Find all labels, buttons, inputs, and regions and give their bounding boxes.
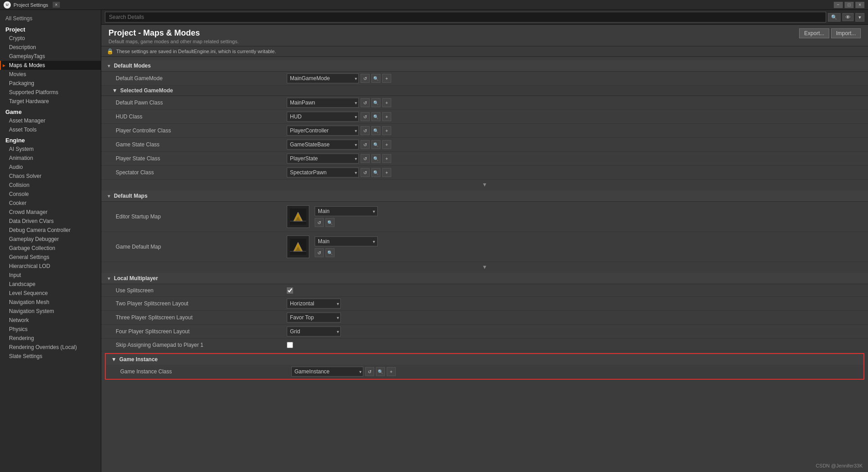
hud-class-search-btn[interactable]: 🔍 [371, 112, 380, 121]
game-state-add-btn[interactable]: + [382, 140, 391, 149]
sidebar-item-general-settings[interactable]: General Settings [0, 253, 101, 262]
sidebar-item-crypto[interactable]: Crypto [0, 34, 101, 43]
sidebar-item-data-driven-cvars[interactable]: Data Driven CVars [0, 217, 101, 226]
sidebar-item-maps-modes[interactable]: Maps & Modes [0, 61, 101, 70]
default-pawn-dropdown[interactable]: MainPawn [287, 98, 359, 108]
game-instance-class-add-btn[interactable]: + [387, 367, 396, 376]
minimize-button[interactable]: − [834, 2, 843, 8]
spectator-class-reset-btn[interactable]: ↺ [361, 168, 370, 177]
player-state-add-btn[interactable]: + [382, 154, 391, 163]
two-player-splitscreen-dropdown[interactable]: Horizontal Vertical [287, 299, 341, 309]
sidebar-item-rendering-overrides[interactable]: Rendering Overrides (Local) [0, 343, 101, 352]
header-buttons: Export... Import... [799, 28, 861, 38]
player-state-dropdown[interactable]: PlayerState [287, 154, 359, 163]
subsection-selected-gamemode[interactable]: ▼ Selected GameMode [101, 86, 868, 96]
sidebar-item-collision[interactable]: Collision [0, 181, 101, 190]
editor-startup-map-dropdown[interactable]: Main [315, 206, 378, 216]
editor-startup-map-search-btn[interactable]: 🔍 [326, 218, 335, 227]
sidebar-item-navigation-system[interactable]: Navigation System [0, 307, 101, 316]
default-gamemode-reset-btn[interactable]: ↺ [361, 74, 370, 83]
search-input[interactable] [105, 12, 826, 23]
sidebar-item-navigation-mesh[interactable]: Navigation Mesh [0, 298, 101, 307]
player-controller-add-btn[interactable]: + [382, 126, 391, 135]
import-button[interactable]: Import... [831, 28, 861, 38]
sidebar-item-supported-platforms[interactable]: Supported Platforms [0, 88, 101, 97]
sidebar-item-asset-tools[interactable]: Asset Tools [0, 125, 101, 134]
sidebar-item-physics[interactable]: Physics [0, 325, 101, 334]
game-instance-class-dropdown[interactable]: GameInstance [291, 367, 363, 377]
player-state-dropdown-wrapper: PlayerState [287, 154, 359, 163]
sidebar-item-gameplay-debugger[interactable]: Gameplay Debugger [0, 235, 101, 244]
skip-gamepad-checkbox[interactable] [287, 342, 293, 348]
export-button[interactable]: Export... [799, 28, 829, 38]
spectator-class-dropdown[interactable]: SpectatorPawn [287, 168, 359, 177]
hud-class-dropdown-wrapper: HUD [287, 112, 359, 122]
sidebar-item-target-hardware[interactable]: Target Hardware [0, 97, 101, 106]
game-instance-class-value: GameInstance ↺ 🔍 + [291, 367, 858, 377]
game-default-map-search-btn[interactable]: 🔍 [326, 248, 335, 257]
sidebar-item-chaos-solver[interactable]: Chaos Solver [0, 172, 101, 181]
game-state-reset-btn[interactable]: ↺ [361, 140, 370, 149]
player-controller-search-btn[interactable]: 🔍 [371, 126, 380, 135]
search-button[interactable]: 🔍 [828, 13, 841, 22]
default-gamemode-dropdown[interactable]: MainGameMode [287, 73, 359, 83]
hud-class-dropdown[interactable]: HUD [287, 112, 359, 122]
sidebar-item-ai-system[interactable]: AI System [0, 145, 101, 154]
sidebar-item-crowd-manager[interactable]: Crowd Manager [0, 208, 101, 217]
sidebar-item-description[interactable]: Description [0, 43, 101, 52]
sidebar-item-gameplaytags[interactable]: GameplayTags [0, 52, 101, 61]
default-gamemode-search-btn[interactable]: 🔍 [371, 74, 380, 83]
settings-area: ▼ Default Modes Default GameMode MainGam… [101, 57, 868, 472]
sidebar-item-network[interactable]: Network [0, 316, 101, 325]
sidebar-item-level-sequence[interactable]: Level Sequence [0, 289, 101, 298]
sidebar-item-rendering[interactable]: Rendering [0, 334, 101, 343]
hud-class-reset-btn[interactable]: ↺ [361, 112, 370, 121]
three-player-splitscreen-dropdown[interactable]: Favor Top Favor Bottom [287, 313, 341, 322]
sidebar-item-debug-camera-controller[interactable]: Debug Camera Controller [0, 226, 101, 235]
section-default-modes-header[interactable]: ▼ Default Modes [101, 60, 868, 72]
sidebar-item-asset-manager[interactable]: Asset Manager [0, 116, 101, 125]
game-instance-class-search-btn[interactable]: 🔍 [376, 367, 385, 376]
maximize-button[interactable]: □ [845, 2, 854, 8]
section-game-instance-header[interactable]: ▼ Game Instance [106, 354, 863, 365]
sidebar-item-garbage-collection[interactable]: Garbage Collection [0, 244, 101, 253]
game-state-search-btn[interactable]: 🔍 [371, 140, 380, 149]
game-state-dropdown[interactable]: GameStateBase [287, 140, 359, 150]
default-pawn-search-btn[interactable]: 🔍 [371, 98, 380, 107]
hud-class-add-btn[interactable]: + [382, 112, 391, 121]
four-player-splitscreen-dropdown[interactable]: Grid Horizontal [287, 327, 341, 336]
editor-startup-map-reset-btn[interactable]: ↺ [315, 218, 324, 227]
game-default-map-reset-btn[interactable]: ↺ [315, 248, 324, 257]
default-pawn-add-btn[interactable]: + [382, 98, 391, 107]
default-gamemode-add-btn[interactable]: + [382, 74, 391, 83]
sidebar-item-packaging[interactable]: Packaging [0, 79, 101, 88]
player-controller-reset-btn[interactable]: ↺ [361, 126, 370, 135]
window-close-button[interactable]: × [855, 2, 864, 8]
section-default-maps-header[interactable]: ▼ Default Maps [101, 191, 868, 202]
default-pawn-reset-btn[interactable]: ↺ [361, 98, 370, 107]
settings-menu-button[interactable]: ▾ [855, 13, 864, 22]
page-title: Project - Maps & Modes [108, 28, 239, 38]
sidebar-item-landscape[interactable]: Landscape [0, 280, 101, 289]
all-settings-link[interactable]: All Settings [0, 14, 101, 23]
game-default-map-dropdown[interactable]: Main [315, 236, 378, 246]
tab-close-button[interactable]: × [53, 2, 60, 8]
sidebar-item-movies[interactable]: Movies [0, 70, 101, 79]
use-splitscreen-checkbox[interactable] [287, 287, 293, 294]
sidebar-item-audio[interactable]: Audio [0, 163, 101, 172]
sidebar-item-console[interactable]: Console [0, 190, 101, 199]
player-state-search-btn[interactable]: 🔍 [371, 154, 380, 163]
settings-eye-button[interactable]: 👁 [842, 13, 854, 21]
sidebar-item-hierarchical-lod[interactable]: Hierarchical LOD [0, 262, 101, 271]
sidebar-item-cooker[interactable]: Cooker [0, 199, 101, 208]
sidebar-item-input[interactable]: Input [0, 271, 101, 280]
spectator-class-add-btn[interactable]: + [382, 168, 391, 177]
content-area: 🔍 👁 ▾ Project - Maps & Modes Default map… [101, 10, 868, 472]
player-state-reset-btn[interactable]: ↺ [361, 154, 370, 163]
section-local-multiplayer-header[interactable]: ▼ Local Multiplayer [101, 273, 868, 284]
sidebar-item-slate-settings[interactable]: Slate Settings [0, 352, 101, 361]
player-controller-dropdown[interactable]: PlayerController [287, 126, 359, 136]
spectator-class-search-btn[interactable]: 🔍 [371, 168, 380, 177]
sidebar-item-animation[interactable]: Animation [0, 154, 101, 163]
game-instance-class-reset-btn[interactable]: ↺ [365, 367, 374, 376]
